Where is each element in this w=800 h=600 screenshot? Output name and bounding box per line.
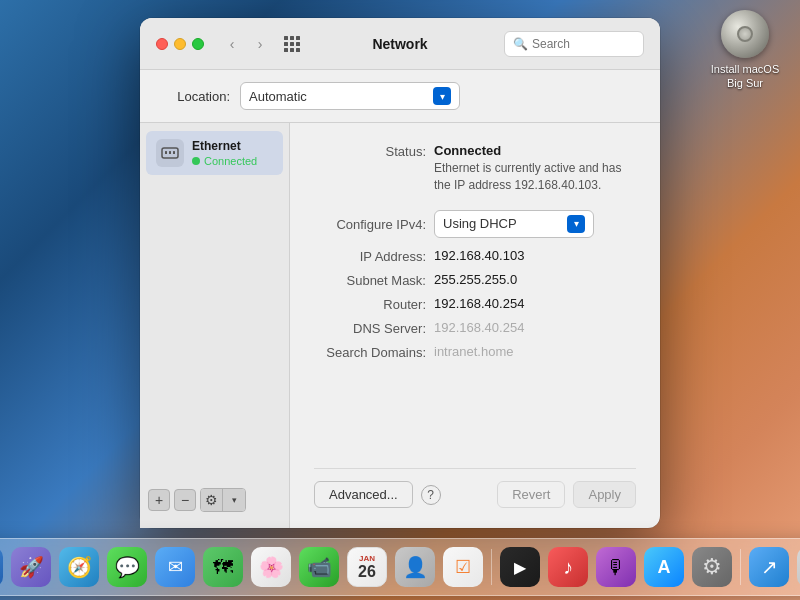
status-dot bbox=[192, 157, 200, 165]
settings-button-group: ⚙ ▾ bbox=[200, 488, 246, 512]
desktop-install-icon[interactable]: Install macOS Big Sur bbox=[710, 10, 780, 91]
chevron-down-icon-2: ▾ bbox=[574, 218, 579, 229]
search-input[interactable] bbox=[532, 37, 635, 51]
configure-select[interactable]: Using DHCP ▾ bbox=[434, 210, 594, 238]
grid-button[interactable] bbox=[280, 32, 304, 56]
settings-dropdown-button[interactable]: ▾ bbox=[223, 489, 245, 511]
dock-item-safari[interactable]: 🧭 bbox=[57, 545, 101, 589]
minus-icon: − bbox=[181, 492, 189, 508]
airdrop-icon: ↗ bbox=[749, 547, 789, 587]
chevron-down-icon: ▾ bbox=[440, 91, 445, 102]
messages-icon: 💬 bbox=[107, 547, 147, 587]
advanced-button[interactable]: Advanced... bbox=[314, 481, 413, 508]
ip-value: 192.168.40.103 bbox=[434, 248, 524, 263]
gear-icon: ⚙ bbox=[205, 492, 218, 508]
dock-item-trash[interactable]: 🗑 bbox=[795, 545, 800, 589]
podcasts-icon: 🎙 bbox=[596, 547, 636, 587]
desktop-icon-label: Install macOS Big Sur bbox=[710, 62, 780, 91]
dock-item-podcasts[interactable]: 🎙 bbox=[594, 545, 638, 589]
dock-item-messages[interactable]: 💬 bbox=[105, 545, 149, 589]
domains-label: Search Domains: bbox=[314, 344, 434, 360]
remove-network-button[interactable]: − bbox=[174, 489, 196, 511]
dns-value: 192.168.40.254 bbox=[434, 320, 524, 335]
add-network-button[interactable]: + bbox=[148, 489, 170, 511]
configure-label: Configure IPv4: bbox=[314, 216, 434, 232]
ethernet-icon bbox=[156, 139, 184, 167]
main-content: Ethernet Connected + − ⚙ bbox=[140, 123, 660, 528]
calendar-icon: JAN 26 bbox=[347, 547, 387, 587]
location-value: Automatic bbox=[249, 89, 433, 104]
dvd-disc-icon bbox=[721, 10, 769, 58]
apply-button[interactable]: Apply bbox=[573, 481, 636, 508]
minimize-button[interactable] bbox=[174, 38, 186, 50]
dock-item-finder[interactable] bbox=[0, 545, 5, 589]
maps-icon: 🗺 bbox=[203, 547, 243, 587]
dock-item-appstore[interactable]: A bbox=[642, 545, 686, 589]
close-button[interactable] bbox=[156, 38, 168, 50]
svg-rect-3 bbox=[173, 151, 175, 154]
dock-item-appletv[interactable]: ▶ bbox=[498, 545, 542, 589]
sidebar-bottom: + − ⚙ ▾ bbox=[140, 480, 289, 520]
router-label: Router: bbox=[314, 296, 434, 312]
dock: 🚀 🧭 💬 ✉ 🗺 🌸 📹 JAN 26 👤 ☑ ▶ ♪ 🎙 A bbox=[0, 538, 800, 596]
dock-item-photos[interactable]: 🌸 bbox=[249, 545, 293, 589]
sidebar: Ethernet Connected + − ⚙ bbox=[140, 123, 290, 528]
revert-button[interactable]: Revert bbox=[497, 481, 565, 508]
ethernet-sidebar-item[interactable]: Ethernet Connected bbox=[146, 131, 283, 175]
ethernet-item-info: Ethernet Connected bbox=[192, 139, 273, 167]
dock-item-calendar[interactable]: JAN 26 bbox=[345, 545, 389, 589]
bottom-actions: Advanced... ? Revert Apply bbox=[314, 468, 636, 508]
nav-buttons: ‹ › bbox=[220, 32, 272, 56]
appstore-icon: A bbox=[644, 547, 684, 587]
ethernet-status-row: Connected bbox=[192, 155, 273, 167]
forward-button[interactable]: › bbox=[248, 32, 272, 56]
svg-rect-2 bbox=[169, 151, 171, 154]
back-button[interactable]: ‹ bbox=[220, 32, 244, 56]
chevron-left-icon: ‹ bbox=[230, 36, 235, 52]
dock-item-mail[interactable]: ✉ bbox=[153, 545, 197, 589]
reminders-icon: ☑ bbox=[443, 547, 483, 587]
help-button[interactable]: ? bbox=[421, 485, 441, 505]
ip-row: IP Address: 192.168.40.103 bbox=[314, 248, 636, 264]
dock-item-sysprefs[interactable]: ⚙ bbox=[690, 545, 734, 589]
dock-item-facetime[interactable]: 📹 bbox=[297, 545, 341, 589]
location-select[interactable]: Automatic ▾ bbox=[240, 82, 460, 110]
subnet-label: Subnet Mask: bbox=[314, 272, 434, 288]
sysprefs-icon: ⚙ bbox=[692, 547, 732, 587]
dns-row: DNS Server: 192.168.40.254 bbox=[314, 320, 636, 336]
configure-value: Using DHCP bbox=[443, 216, 567, 231]
router-value: 192.168.40.254 bbox=[434, 296, 524, 311]
dock-divider-2 bbox=[740, 549, 741, 585]
status-value: Connected bbox=[434, 143, 636, 158]
finder-icon bbox=[0, 547, 3, 587]
subnet-value: 255.255.255.0 bbox=[434, 272, 517, 287]
plus-icon: + bbox=[155, 492, 163, 508]
chevron-right-icon: › bbox=[258, 36, 263, 52]
status-info: Connected Ethernet is currently active a… bbox=[434, 143, 636, 194]
status-description: Ethernet is currently active and has the… bbox=[434, 160, 636, 194]
detail-panel: Status: Connected Ethernet is currently … bbox=[290, 123, 660, 528]
maximize-button[interactable] bbox=[192, 38, 204, 50]
settings-button[interactable]: ⚙ bbox=[201, 489, 223, 511]
dns-label: DNS Server: bbox=[314, 320, 434, 336]
dock-item-launchpad[interactable]: 🚀 bbox=[9, 545, 53, 589]
location-bar: Location: Automatic ▾ bbox=[140, 70, 660, 123]
configure-dropdown-arrow: ▾ bbox=[567, 215, 585, 233]
search-box[interactable]: 🔍 bbox=[504, 31, 644, 57]
photos-icon: 🌸 bbox=[251, 547, 291, 587]
window-title: Network bbox=[372, 36, 427, 52]
appletv-icon: ▶ bbox=[500, 547, 540, 587]
status-label: Status: bbox=[314, 143, 434, 159]
location-dropdown-arrow: ▾ bbox=[433, 87, 451, 105]
dock-item-reminders[interactable]: ☑ bbox=[441, 545, 485, 589]
mail-icon: ✉ bbox=[155, 547, 195, 587]
dock-item-maps[interactable]: 🗺 bbox=[201, 545, 245, 589]
launchpad-icon: 🚀 bbox=[11, 547, 51, 587]
ethernet-status-text: Connected bbox=[204, 155, 257, 167]
dock-item-music[interactable]: ♪ bbox=[546, 545, 590, 589]
domains-row: Search Domains: intranet.home bbox=[314, 344, 636, 360]
status-row: Status: Connected Ethernet is currently … bbox=[314, 143, 636, 194]
dock-item-contacts[interactable]: 👤 bbox=[393, 545, 437, 589]
dock-item-airdrop[interactable]: ↗ bbox=[747, 545, 791, 589]
network-window: ‹ › Network 🔍 Location: Automatic ▾ bbox=[140, 18, 660, 528]
